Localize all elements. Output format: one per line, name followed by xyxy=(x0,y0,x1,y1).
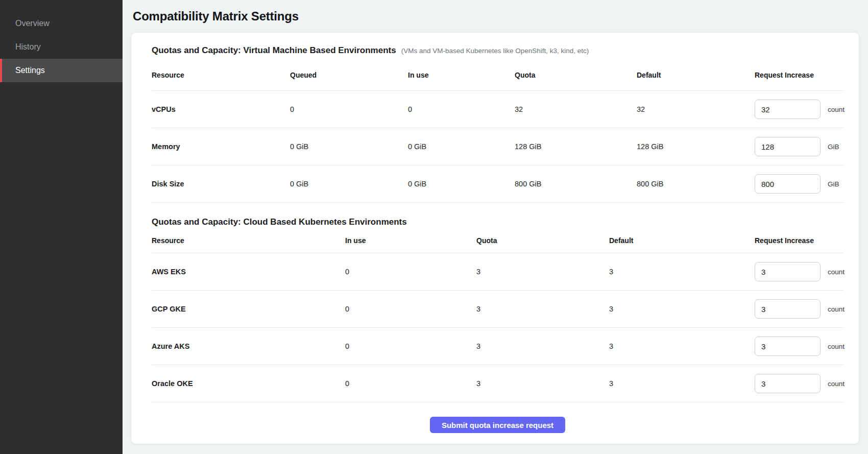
table-row-disk-size: Disk Size 0 GiB 0 GiB 800 GiB 800 GiB Gi… xyxy=(152,165,843,203)
column-header-quota: Quota xyxy=(515,71,637,79)
unit-label: count xyxy=(828,305,845,313)
quota-value: 3 xyxy=(476,268,609,276)
request-increase-cell: GiB xyxy=(755,174,843,194)
column-header-in-use: In use xyxy=(345,236,476,245)
request-increase-input[interactable] xyxy=(755,137,821,156)
column-header-in-use: In use xyxy=(408,71,515,79)
k8s-section-header: Quotas and Capacity: Cloud Based Kuberne… xyxy=(152,217,843,227)
unit-label: count xyxy=(828,380,845,388)
resource-label: vCPUs xyxy=(152,105,290,113)
resource-label: Disk Size xyxy=(152,180,290,188)
quota-value: 800 GiB xyxy=(515,180,637,188)
vm-section-title: Quotas and Capacity: Virtual Machine Bas… xyxy=(152,45,396,56)
quota-value: 32 xyxy=(515,105,637,113)
request-increase-cell: count xyxy=(755,299,845,319)
vm-table-header: Resource Queued In use Quota Default Req… xyxy=(152,56,843,91)
vm-quotas-section: Quotas and Capacity: Virtual Machine Bas… xyxy=(152,45,843,203)
column-header-resource: Resource xyxy=(152,236,345,245)
resource-label: AWS EKS xyxy=(152,268,345,276)
column-header-resource: Resource xyxy=(152,71,290,79)
k8s-section-title: Quotas and Capacity: Cloud Based Kuberne… xyxy=(152,217,407,227)
quota-value: 3 xyxy=(476,379,609,388)
in-use-value: 0 xyxy=(345,342,476,350)
queued-value: 0 xyxy=(290,105,408,113)
vm-section-header: Quotas and Capacity: Virtual Machine Bas… xyxy=(152,45,843,56)
column-header-request-increase: Request Increase xyxy=(755,71,843,79)
table-row-aws-eks: AWS EKS 0 3 3 count xyxy=(152,253,843,291)
quota-value: 128 GiB xyxy=(515,142,637,151)
table-row-memory: Memory 0 GiB 0 GiB 128 GiB 128 GiB GiB xyxy=(152,128,843,165)
resource-label: Oracle OKE xyxy=(152,379,345,388)
request-increase-input[interactable] xyxy=(755,174,821,194)
sidebar-item-settings[interactable]: Settings xyxy=(0,59,123,82)
sidebar-item-overview[interactable]: Overview xyxy=(0,12,123,35)
main-content: Compatibility Matrix Settings Quotas and… xyxy=(123,0,868,454)
default-value: 3 xyxy=(609,342,755,350)
request-increase-cell: GiB xyxy=(755,137,843,156)
unit-label: GiB xyxy=(828,180,839,188)
k8s-quotas-section: Quotas and Capacity: Cloud Based Kuberne… xyxy=(152,217,843,402)
in-use-value: 0 xyxy=(345,305,476,313)
request-increase-input[interactable] xyxy=(755,100,821,119)
in-use-value: 0 xyxy=(408,105,515,113)
sidebar: Overview History Settings xyxy=(0,0,123,454)
request-increase-cell: count xyxy=(755,100,845,119)
page-title: Compatibility Matrix Settings xyxy=(133,9,868,24)
unit-label: count xyxy=(828,106,845,113)
unit-label: count xyxy=(828,343,845,350)
unit-label: GiB xyxy=(828,143,839,151)
unit-label: count xyxy=(828,268,845,276)
default-value: 128 GiB xyxy=(637,142,755,151)
k8s-table-header: Resource In use Quota Default Request In… xyxy=(152,227,843,253)
default-value: 3 xyxy=(609,268,755,276)
in-use-value: 0 xyxy=(345,379,476,388)
submit-row: Submit quota increase request xyxy=(152,402,843,433)
quota-value: 3 xyxy=(476,342,609,350)
in-use-value: 0 GiB xyxy=(408,142,515,151)
table-row-azure-aks: Azure AKS 0 3 3 count xyxy=(152,328,843,365)
submit-quota-increase-button[interactable]: Submit quota increase request xyxy=(430,417,565,433)
table-row-oracle-oke: Oracle OKE 0 3 3 count xyxy=(152,365,843,402)
column-header-request-increase: Request Increase xyxy=(755,236,843,245)
column-header-default: Default xyxy=(637,71,755,79)
sidebar-item-history[interactable]: History xyxy=(0,35,123,59)
default-value: 800 GiB xyxy=(637,180,755,188)
column-header-quota: Quota xyxy=(476,236,609,245)
request-increase-input[interactable] xyxy=(755,337,821,356)
request-increase-cell: count xyxy=(755,337,845,356)
column-header-default: Default xyxy=(609,236,755,245)
request-increase-input[interactable] xyxy=(755,299,821,319)
queued-value: 0 GiB xyxy=(290,142,408,151)
queued-value: 0 GiB xyxy=(290,180,408,188)
column-header-queued: Queued xyxy=(290,71,408,79)
request-increase-cell: count xyxy=(755,374,845,393)
table-row-vcpus: vCPUs 0 0 32 32 count xyxy=(152,91,843,128)
default-value: 3 xyxy=(609,379,755,388)
request-increase-input[interactable] xyxy=(755,374,821,393)
table-row-gcp-gke: GCP GKE 0 3 3 count xyxy=(152,291,843,328)
default-value: 32 xyxy=(637,105,755,113)
default-value: 3 xyxy=(609,305,755,313)
resource-label: Azure AKS xyxy=(152,342,345,350)
resource-label: GCP GKE xyxy=(152,305,345,313)
request-increase-cell: count xyxy=(755,262,845,281)
resource-label: Memory xyxy=(152,142,290,151)
in-use-value: 0 xyxy=(345,268,476,276)
in-use-value: 0 GiB xyxy=(408,180,515,188)
app-layout: Overview History Settings Compatibility … xyxy=(0,0,868,454)
quota-value: 3 xyxy=(476,305,609,313)
vm-section-subtitle: (VMs and VM-based Kubernetes like OpenSh… xyxy=(401,47,589,55)
settings-card: Quotas and Capacity: Virtual Machine Bas… xyxy=(131,32,859,445)
request-increase-input[interactable] xyxy=(755,262,821,281)
